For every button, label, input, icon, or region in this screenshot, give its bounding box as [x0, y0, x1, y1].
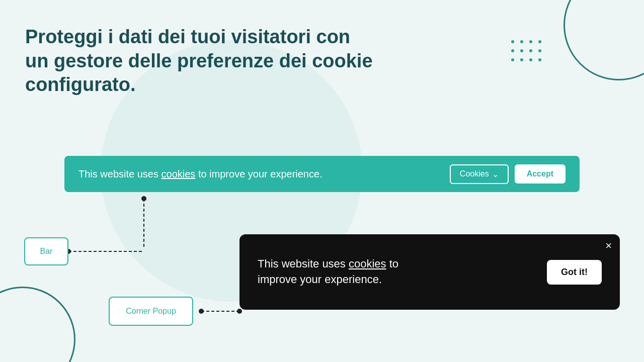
cookie-bar-text: This website uses cookies to improve you…: [78, 168, 323, 180]
dark-popup-text: This website uses cookies toimprove your…: [258, 256, 398, 288]
cookies-button[interactable]: Cookies ⌄: [450, 164, 509, 184]
dark-popup-link[interactable]: cookies: [349, 257, 386, 270]
page-title: Proteggi i dati dei tuoi visitatori con …: [25, 25, 377, 97]
close-icon: ×: [605, 239, 612, 252]
cookie-bar-link[interactable]: cookies: [162, 168, 196, 179]
corner-popup-label-box[interactable]: Corner Popup: [109, 297, 193, 326]
cookie-bar-buttons: Cookies ⌄ Accept: [450, 164, 566, 184]
chevron-down-icon: ⌄: [492, 169, 499, 179]
bg-circle-top-right: [564, 0, 644, 80]
bg-circle-bottom-left: [0, 287, 75, 362]
corner-popup-label-text: Corner Popup: [126, 307, 176, 316]
svg-point-6: [237, 309, 242, 314]
bar-label-box[interactable]: Bar: [24, 237, 68, 265]
bar-label-text: Bar: [40, 247, 53, 256]
accept-button-label: Accept: [527, 169, 553, 178]
svg-point-4: [199, 309, 204, 314]
gotit-button-label: Got it!: [561, 267, 588, 277]
dark-popup: This website uses cookies toimprove your…: [239, 234, 620, 310]
accept-button[interactable]: Accept: [515, 164, 566, 184]
cookies-button-label: Cookies: [460, 169, 489, 178]
cookie-bar: This website uses cookies to improve you…: [64, 156, 580, 192]
gotit-button[interactable]: Got it!: [547, 260, 602, 285]
dots-grid: [511, 40, 543, 63]
close-button[interactable]: ×: [605, 240, 612, 251]
